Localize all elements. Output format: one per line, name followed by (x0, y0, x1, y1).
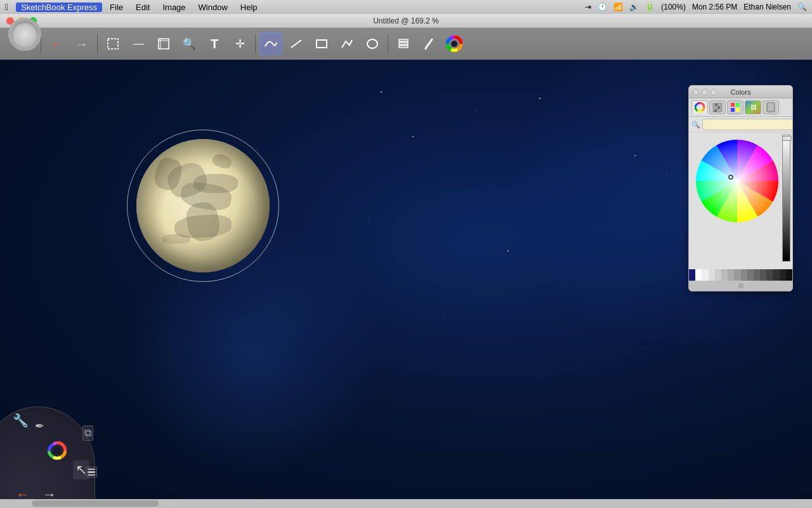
brightness-slider[interactable] (782, 135, 790, 262)
color-palette-tab[interactable] (727, 100, 743, 114)
swatch-dark-blue[interactable] (689, 269, 695, 281)
image-menu[interactable]: Image (157, 3, 190, 12)
redo-button[interactable]: → (70, 32, 93, 55)
star (571, 187, 572, 187)
pen-tool[interactable]: ✒ (35, 419, 44, 433)
swatch-gray5[interactable] (747, 269, 754, 281)
pen-curve-button[interactable] (259, 32, 282, 55)
zoom-button[interactable]: 🔍 (178, 32, 200, 55)
brush-presets-button[interactable] (86, 467, 97, 478)
colors-tabs: 🖼 (689, 98, 792, 117)
file-menu[interactable]: File (105, 3, 128, 12)
star (634, 155, 636, 156)
bottom-scrollbar[interactable] (0, 499, 812, 508)
star (539, 98, 540, 99)
svg-rect-5 (317, 40, 327, 48)
text-button[interactable]: T (203, 32, 226, 55)
rectangle-shape-button[interactable] (310, 32, 333, 55)
svg-rect-24 (736, 108, 740, 112)
edit-menu[interactable]: Edit (131, 3, 155, 12)
svg-rect-7 (399, 39, 408, 41)
window-title: Untitled @ 169.2 % (373, 17, 439, 25)
swatch-gray4[interactable] (741, 269, 747, 281)
panel-resize-handle[interactable] (738, 283, 743, 288)
moon-body (136, 139, 270, 272)
swatch-darkgray3[interactable] (766, 269, 773, 281)
colors-search-row: 🔍 (689, 117, 792, 133)
menubar-right: ⇥ 🕐 📶 🔊 🔋 (100%) Mon 2:56 PM Ethan Niels… (585, 3, 807, 11)
svg-rect-0 (108, 39, 118, 49)
undo-button[interactable]: ← (45, 32, 68, 55)
panel-maximize-button[interactable] (710, 89, 717, 95)
transform-button[interactable]: ✛ (228, 32, 251, 55)
colors-search-icon: 🔍 (691, 121, 700, 129)
wrench-tool[interactable]: 🔧 (13, 413, 29, 428)
colors-panel-titlebar: Colors (689, 86, 792, 98)
swatch-gray2[interactable] (728, 269, 734, 281)
color-wheel-svg[interactable] (693, 137, 782, 225)
panel-traffic-lights (693, 89, 717, 95)
brush-tool-button[interactable] (417, 32, 440, 55)
window-menu[interactable]: Window (193, 3, 233, 12)
svg-rect-9 (399, 46, 408, 48)
apple-menu[interactable]:  (5, 2, 8, 12)
star (381, 91, 382, 93)
battery-icon: 🔋 (645, 3, 655, 11)
select-lasso-button[interactable]: ⸻ (127, 32, 150, 55)
volume-icon: 🔊 (629, 3, 639, 11)
crayon-tab[interactable] (763, 100, 779, 114)
help-menu[interactable]: Help (235, 3, 263, 12)
menubar:  SketchBook Express File Edit Image Win… (0, 0, 812, 14)
select-rect-button[interactable] (102, 32, 124, 55)
color-swatches-row (689, 269, 792, 281)
panel-minimize-button[interactable] (702, 89, 708, 95)
svg-point-32 (53, 447, 61, 455)
swatch-darkgray1[interactable] (754, 269, 760, 281)
search-icon[interactable]: 🔍 (797, 3, 807, 11)
swatch-lightgray3[interactable] (715, 269, 721, 281)
star (508, 250, 509, 251)
scrollbar-thumb-horizontal[interactable] (32, 500, 159, 507)
clock: Mon 2:56 PM (692, 3, 737, 11)
bottom-toolbar: 🔧 ✒ ↖ ⧉ (0, 400, 133, 508)
swatch-gray3[interactable] (734, 269, 740, 281)
color-wheel-tool[interactable] (48, 441, 67, 463)
colors-panel: Colors (688, 85, 793, 291)
polyline-button[interactable] (336, 32, 358, 55)
colors-panel-title: Colors (731, 88, 751, 96)
svg-rect-18 (715, 104, 717, 105)
bluetooth-icon: ⇥ (585, 3, 591, 11)
ellipse-button[interactable] (361, 32, 384, 55)
swatch-darkgray2[interactable] (760, 269, 766, 281)
separator-3 (255, 34, 256, 53)
colors-search-input[interactable] (702, 119, 793, 130)
layers-button[interactable] (392, 32, 415, 55)
swatch-lightgray1[interactable] (702, 269, 708, 281)
image-palette-tab[interactable]: 🖼 (745, 100, 761, 114)
color-picker-button[interactable] (443, 32, 466, 55)
app-name-menu[interactable]: SketchBook Express (16, 3, 102, 12)
panel-close-button[interactable] (693, 89, 699, 95)
swatch-darkgray5[interactable] (780, 269, 786, 281)
brightness-handle[interactable] (782, 136, 792, 141)
swatch-white[interactable] (695, 269, 702, 281)
canvas-area[interactable]: Colors (0, 60, 812, 508)
color-wheel-container[interactable] (689, 133, 792, 269)
svg-point-30 (696, 140, 778, 222)
svg-rect-8 (399, 43, 408, 44)
line-button[interactable] (285, 32, 308, 55)
svg-rect-1 (159, 39, 169, 49)
panel-bottom-bar (689, 281, 792, 291)
swatch-nearblack[interactable] (786, 269, 792, 281)
layers-puck-button[interactable]: ⧉ (82, 425, 93, 441)
star (412, 136, 414, 137)
swatch-darkgray4[interactable] (773, 269, 779, 281)
swatch-lightgray2[interactable] (709, 269, 715, 281)
svg-rect-20 (714, 110, 717, 112)
color-sliders-tab[interactable] (709, 100, 726, 114)
separator-4 (388, 34, 388, 53)
swatch-gray1[interactable] (721, 269, 728, 281)
color-wheel-tab[interactable] (691, 100, 708, 114)
brush-wheel[interactable] (8, 18, 41, 51)
crop-button[interactable] (152, 32, 175, 55)
